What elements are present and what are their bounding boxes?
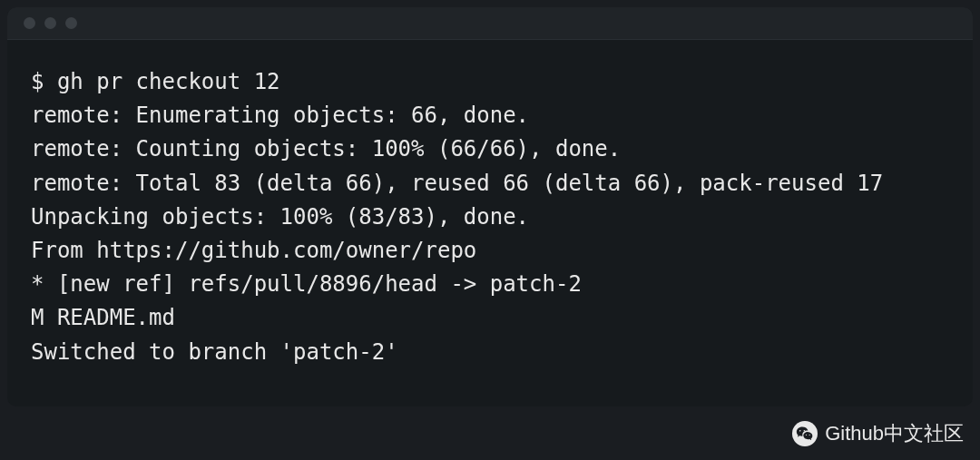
window-titlebar xyxy=(7,7,973,40)
watermark-label: Github中文社区 xyxy=(825,420,964,447)
maximize-icon[interactable] xyxy=(65,17,77,29)
wechat-icon xyxy=(792,421,818,446)
terminal-line: M README.md xyxy=(31,305,175,330)
terminal-line: remote: Counting objects: 100% (66/66), … xyxy=(31,136,621,161)
terminal-line: Switched to branch 'patch-2' xyxy=(31,339,398,365)
watermark: Github中文社区 xyxy=(792,420,964,447)
terminal-line: remote: Total 83 (delta 66), reused 66 (… xyxy=(31,171,883,196)
terminal-line: remote: Enumerating objects: 66, done. xyxy=(31,103,529,128)
terminal-output[interactable]: $ gh pr checkout 12 remote: Enumerating … xyxy=(7,40,973,387)
terminal-line: From https://github.com/owner/repo xyxy=(31,238,476,263)
shell-command: gh pr checkout 12 xyxy=(57,69,280,94)
shell-prompt: $ xyxy=(31,69,57,94)
minimize-icon[interactable] xyxy=(44,17,56,29)
terminal-line: Unpacking objects: 100% (83/83), done. xyxy=(31,204,529,230)
terminal-line: * [new ref] refs/pull/8896/head -> patch… xyxy=(31,271,582,297)
terminal-window: $ gh pr checkout 12 remote: Enumerating … xyxy=(7,7,973,406)
close-icon[interactable] xyxy=(24,17,35,29)
